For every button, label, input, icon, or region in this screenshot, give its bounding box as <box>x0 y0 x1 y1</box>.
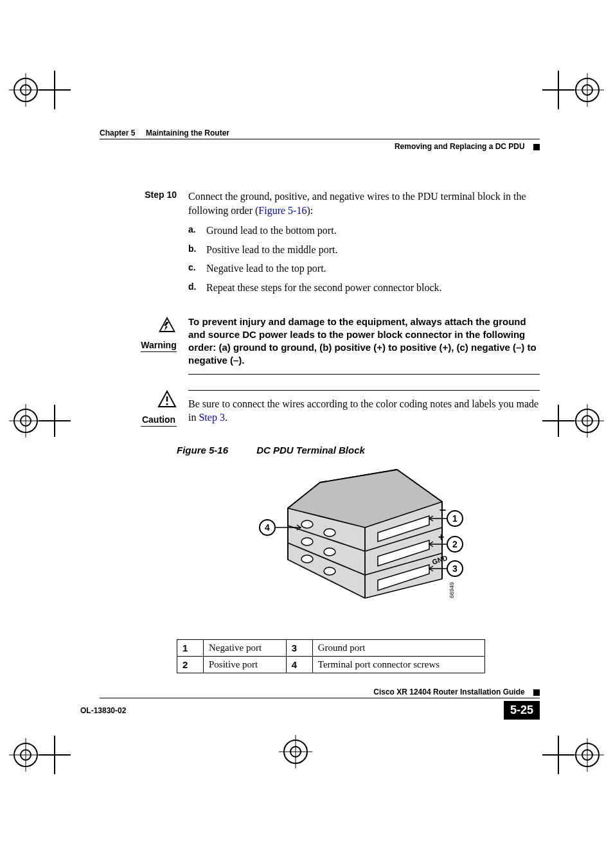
figure-caption: Figure 5-16 DC PDU Terminal Block <box>177 445 540 456</box>
step-sublist: a. Ground lead to the bottom port. b. Po… <box>188 224 540 294</box>
list-item: d. Repeat these steps for the second pow… <box>188 281 540 295</box>
svg-text:2: 2 <box>452 539 458 549</box>
legend-desc: Terminal port connector screws <box>312 656 484 673</box>
figure-number: Figure 5-16 <box>177 445 228 456</box>
page-footer: Cisco XR 12404 Router Installation Guide… <box>80 687 540 720</box>
figure-title: DC PDU Terminal Block <box>256 445 365 456</box>
table-row: 2 Positive port 4 Terminal port connecto… <box>177 656 485 673</box>
figure-link[interactable]: Figure 5-16 <box>258 205 306 216</box>
sub-text: Repeat these steps for the second power … <box>206 281 540 295</box>
svg-point-54 <box>301 520 313 528</box>
sub-label: b. <box>188 243 206 257</box>
svg-text:3: 3 <box>452 563 458 574</box>
registration-mark-icon <box>542 402 607 440</box>
caution-icon <box>157 390 177 412</box>
warning-admonition: Warning To prevent injury and damage to … <box>80 315 540 375</box>
page-content: Chapter 5 Maintaining the Router Removin… <box>80 128 540 673</box>
step-link[interactable]: Step 3 <box>199 412 224 423</box>
registration-mark-icon <box>6 71 71 135</box>
step-10: Step 10 Connect the ground, positive, an… <box>80 190 540 300</box>
legend-desc: Ground port <box>312 639 484 656</box>
list-item: b. Positive lead to the middle port. <box>188 243 540 257</box>
registration-mark-icon <box>542 723 607 787</box>
svg-text:–: – <box>440 503 446 516</box>
legend-num: 3 <box>286 639 312 656</box>
caution-text-before: Be sure to connect the wires according t… <box>188 398 538 423</box>
svg-point-59 <box>324 567 335 575</box>
chapter-label: Chapter 5 <box>100 128 135 137</box>
svg-point-57 <box>324 548 335 556</box>
registration-mark-icon <box>542 71 607 135</box>
chapter-title: Maintaining the Router <box>146 128 229 137</box>
registration-mark-icon <box>6 402 71 440</box>
header-rule: Removing and Replacing a DC PDU <box>100 139 540 151</box>
doc-id: OL-13830-02 <box>80 706 126 715</box>
svg-point-56 <box>301 538 313 545</box>
svg-text:+: + <box>438 531 444 542</box>
legend-num: 4 <box>286 656 312 673</box>
chapter-heading: Chapter 5 Maintaining the Router <box>100 128 540 137</box>
figure-image-id: 66949 <box>449 582 455 598</box>
warning-text: To prevent injury and damage to the equi… <box>188 315 540 375</box>
svg-point-44 <box>166 403 168 405</box>
legend-desc: Positive port <box>204 656 287 673</box>
list-item: c. Negative lead to the top port. <box>188 261 540 276</box>
figure-image: 4 1 – 2 + 3 GND 66949 <box>177 463 540 626</box>
section-heading: Removing and Replacing a DC PDU <box>100 142 540 151</box>
step-text-before: Connect the ground, positive, and negati… <box>188 191 526 216</box>
figure-legend-table: 1 Negative port 3 Ground port 2 Positive… <box>177 639 485 673</box>
svg-point-55 <box>324 529 335 536</box>
legend-num: 2 <box>177 656 204 673</box>
registration-mark-icon <box>6 723 71 787</box>
sub-label: a. <box>188 224 206 238</box>
list-item: a. Ground lead to the bottom port. <box>188 224 540 238</box>
svg-point-58 <box>301 555 313 563</box>
figure-5-16: Figure 5-16 DC PDU Terminal Block <box>177 445 540 673</box>
guide-title: Cisco XR 12404 Router Installation Guide <box>100 687 540 698</box>
step-body: Connect the ground, positive, and negati… <box>188 190 540 300</box>
table-row: 1 Negative port 3 Ground port <box>177 639 485 656</box>
legend-num: 1 <box>177 639 204 656</box>
sub-text: Ground lead to the bottom port. <box>206 224 540 238</box>
svg-text:1: 1 <box>452 513 458 524</box>
guide-title-text: Cisco XR 12404 Router Installation Guide <box>373 687 524 696</box>
sub-label: d. <box>188 281 206 295</box>
page-number: 5-25 <box>504 701 540 720</box>
caution-admonition: Caution Be sure to connect the wires acc… <box>80 390 540 427</box>
warning-label: Warning <box>141 340 177 352</box>
caution-label: Caution <box>141 414 177 427</box>
section-marker-icon <box>533 144 540 150</box>
warning-icon <box>157 315 177 337</box>
sub-text: Positive lead to the middle port. <box>206 243 540 257</box>
step-text-after: ): <box>306 205 313 216</box>
legend-desc: Negative port <box>204 639 287 656</box>
sub-text: Negative lead to the top port. <box>206 261 540 276</box>
step-label: Step 10 <box>80 190 188 300</box>
registration-mark-icon <box>276 732 315 771</box>
caution-text: Be sure to connect the wires according t… <box>188 390 540 425</box>
sub-label: c. <box>188 261 206 276</box>
caution-text-after: . <box>225 412 227 423</box>
svg-text:4: 4 <box>265 522 270 533</box>
footer-marker-icon <box>533 689 540 696</box>
section-title: Removing and Replacing a DC PDU <box>395 142 525 151</box>
